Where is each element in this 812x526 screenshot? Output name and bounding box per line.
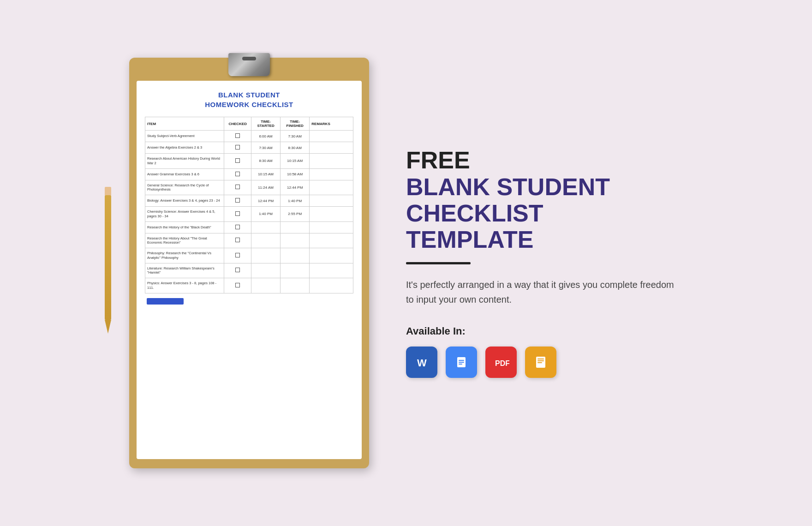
checkbox[interactable]	[235, 145, 240, 149]
pages-icon[interactable]	[525, 347, 556, 378]
time-started-cell: 10:15 AM	[251, 168, 281, 180]
table-row: Philosophy: Research the "Continental Vs…	[145, 248, 353, 263]
svg-rect-4	[459, 360, 464, 361]
svg-rect-5	[459, 362, 464, 363]
checkbox[interactable]	[235, 185, 240, 189]
item-cell: Answer the Algebra Exercises 2 & 3	[145, 142, 224, 154]
remarks-cell	[310, 142, 353, 154]
item-cell: Chemistry Science: Answer Exercises 4 & …	[145, 207, 224, 222]
remarks-cell	[310, 168, 353, 180]
checked-cell[interactable]	[224, 131, 251, 142]
clipboard-section: BLANK STUDENT HOMEWORK CHECKLIST ITEM CH…	[129, 58, 369, 468]
table-row: Research the History of the "Black Death…	[145, 221, 353, 233]
pencil-decoration	[104, 187, 112, 335]
time-started-cell: 12:44 PM	[251, 195, 281, 207]
description-text: It's perfectly arranged in a way that it…	[406, 277, 683, 307]
checkbox[interactable]	[235, 211, 240, 216]
table-row: Research About American History During W…	[145, 154, 353, 169]
remarks-cell	[310, 180, 353, 195]
item-cell: Literature: Research William Shakespeare…	[145, 263, 224, 278]
remarks-cell	[310, 195, 353, 207]
checkbox[interactable]	[235, 238, 240, 242]
time-started-cell	[251, 221, 281, 233]
table-row: Study Subject-Verb Agreement6:00 AM7:30 …	[145, 131, 353, 142]
table-row: General Science: Research the Cycle of P…	[145, 180, 353, 195]
col-header-time-finished: TIME-FINISHED	[281, 117, 310, 131]
checked-cell[interactable]	[224, 221, 251, 233]
remarks-cell	[310, 131, 353, 142]
item-cell: Research the History About "The Great Ec…	[145, 233, 224, 248]
checkbox[interactable]	[235, 225, 240, 229]
checked-cell[interactable]	[224, 154, 251, 169]
time-started-cell	[251, 248, 281, 263]
time-started-cell	[251, 263, 281, 278]
remarks-cell	[310, 233, 353, 248]
remarks-cell	[310, 154, 353, 169]
document-title: BLANK STUDENT HOMEWORK CHECKLIST	[145, 90, 353, 109]
table-row: Biology: Answer Exercises 3 & 4, pages 2…	[145, 195, 353, 207]
checkbox[interactable]	[235, 133, 240, 138]
metal-clip	[228, 53, 270, 76]
remarks-cell	[310, 263, 353, 278]
time-started-cell	[251, 233, 281, 248]
table-row: Chemistry Science: Answer Exercises 4 & …	[145, 207, 353, 222]
available-label: Available In:	[406, 325, 683, 337]
checkbox[interactable]	[235, 283, 240, 287]
table-row: Answer the Algebra Exercises 2 & 37:30 A…	[145, 142, 353, 154]
checked-cell[interactable]	[224, 207, 251, 222]
time-finished-cell: 10:15 AM	[281, 154, 310, 169]
time-finished-cell	[281, 263, 310, 278]
checked-cell[interactable]	[224, 180, 251, 195]
item-cell: General Science: Research the Cycle of P…	[145, 180, 224, 195]
time-started-cell: 1:40 PM	[251, 207, 281, 222]
checked-cell[interactable]	[224, 233, 251, 248]
checked-cell[interactable]	[224, 278, 251, 293]
item-cell: Physics: Answer Exercises 3 - 8, pages 1…	[145, 278, 224, 293]
item-cell: Study Subject-Verb Agreement	[145, 131, 224, 142]
adobe-pdf-icon[interactable]: PDF	[485, 347, 517, 378]
time-finished-cell: 2:55 PM	[281, 207, 310, 222]
table-row: Literature: Research William Shakespeare…	[145, 263, 353, 278]
time-started-cell: 11:24 AM	[251, 180, 281, 195]
time-finished-cell: 7:30 AM	[281, 131, 310, 142]
svg-rect-11	[537, 359, 544, 359]
time-started-cell: 7:30 AM	[251, 142, 281, 154]
word-icon[interactable]: W	[406, 347, 437, 378]
checked-cell[interactable]	[224, 168, 251, 180]
checked-cell[interactable]	[224, 195, 251, 207]
main-title: BLANK STUDENT CHECKLIST TEMPLATE	[406, 174, 683, 253]
time-finished-cell: 8:30 AM	[281, 142, 310, 154]
blue-accent-bar	[147, 298, 184, 305]
app-icons-row: W PDF	[406, 347, 683, 378]
table-row: Research the History About "The Great Ec…	[145, 233, 353, 248]
remarks-cell	[310, 207, 353, 222]
item-cell: Research About American History During W…	[145, 154, 224, 169]
checked-cell[interactable]	[224, 142, 251, 154]
table-row: Answer Grammar Exercises 3 & 610:15 AM10…	[145, 168, 353, 180]
time-finished-cell	[281, 221, 310, 233]
svg-rect-13	[537, 362, 542, 363]
checkbox[interactable]	[235, 198, 240, 203]
table-header-row: ITEM CHECKED TIME-STARTED TIME-FINISHED …	[145, 117, 353, 131]
checkbox[interactable]	[235, 172, 240, 176]
page-container: BLANK STUDENT HOMEWORK CHECKLIST ITEM CH…	[0, 0, 812, 526]
checked-cell[interactable]	[224, 248, 251, 263]
clip-top	[137, 58, 362, 81]
remarks-cell	[310, 248, 353, 263]
time-started-cell	[251, 278, 281, 293]
checkbox[interactable]	[235, 158, 240, 163]
item-cell: Answer Grammar Exercises 3 & 6	[145, 168, 224, 180]
col-header-checked: CHECKED	[224, 117, 251, 131]
time-finished-cell: 12:44 PM	[281, 180, 310, 195]
item-cell: Philosophy: Research the "Continental Vs…	[145, 248, 224, 263]
checkbox[interactable]	[235, 268, 240, 272]
google-docs-icon[interactable]	[446, 347, 477, 378]
col-header-time-started: TIME-STARTED	[251, 117, 281, 131]
remarks-cell	[310, 221, 353, 233]
checklist-table: ITEM CHECKED TIME-STARTED TIME-FINISHED …	[145, 117, 353, 293]
checkbox[interactable]	[235, 253, 240, 257]
time-finished-cell	[281, 233, 310, 248]
col-header-remarks: REMARKS	[310, 117, 353, 131]
checked-cell[interactable]	[224, 263, 251, 278]
paper: BLANK STUDENT HOMEWORK CHECKLIST ITEM CH…	[137, 81, 362, 459]
